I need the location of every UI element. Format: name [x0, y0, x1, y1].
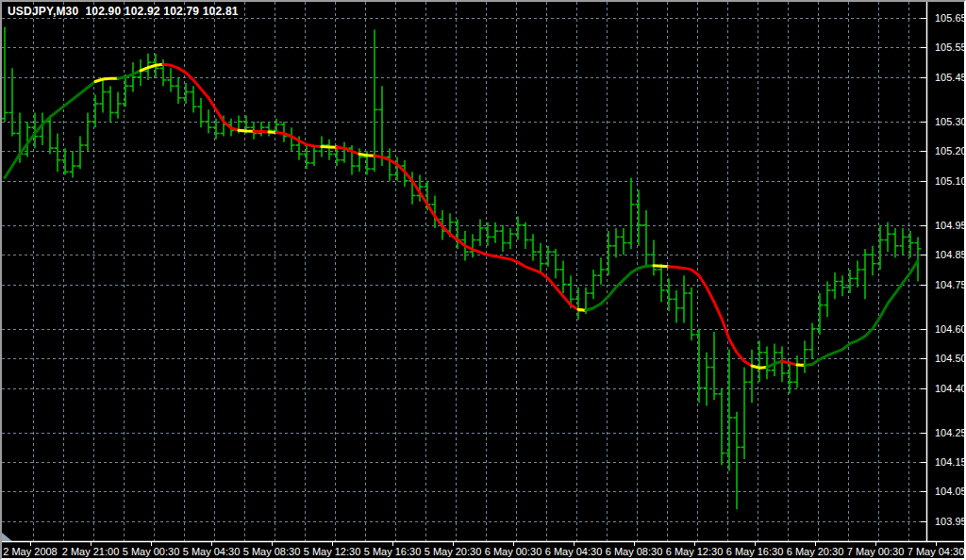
time-axis-label: 5 May 12:30 — [304, 546, 361, 557]
time-axis-label: 5 May 00:30 — [123, 546, 180, 557]
ma-segment-flat — [239, 130, 254, 131]
price-axis-label: 104.60 — [935, 323, 964, 335]
chart-window: USDJPY,M30 102.90 102.92 102.79 102.81 1… — [0, 0, 966, 560]
price-axis-label: 105.10 — [935, 175, 964, 187]
ma-segment-flat — [322, 147, 337, 148]
ma-segment-down — [254, 131, 269, 132]
price-axis-label: 103.95 — [935, 516, 964, 527]
time-axis-label: 2 May 21:00 — [62, 546, 120, 557]
price-axis-label: 104.85 — [935, 249, 964, 260]
price-axis-label: 104.95 — [935, 220, 964, 231]
time-axis-label: 2 May 2008 — [3, 546, 57, 557]
time-axis-label: 6 May 20:30 — [787, 546, 844, 557]
time-axis-label: 6 May 00:30 — [485, 546, 542, 557]
price-axis-label: 105.20 — [935, 145, 964, 156]
price-axis-label: 104.05 — [935, 486, 964, 497]
price-axis-label: 105.55 — [935, 41, 964, 53]
time-axis-label: 6 May 12:30 — [666, 546, 724, 557]
price-axis-label: 104.75 — [935, 279, 964, 290]
time-axis-label: 6 May 08:30 — [606, 546, 663, 557]
time-axis-label: 5 May 20:30 — [425, 546, 482, 557]
time-axis-label: 7 May 00:30 — [847, 546, 905, 557]
ma-segment-flat — [359, 154, 375, 156]
price-axis-label: 105.45 — [935, 72, 964, 83]
chart-title: USDJPY,M30 102.90 102.92 102.79 102.81 — [8, 5, 239, 18]
price-axis-label: 104.40 — [935, 383, 964, 394]
price-axis-label: 104.15 — [935, 456, 964, 468]
time-axis-label: 6 May 16:30 — [726, 546, 784, 557]
time-axis-label: 7 May 04:30 — [908, 546, 964, 557]
price-axis-label: 105.30 — [935, 116, 964, 127]
time-axis-label: 5 May 16:30 — [364, 546, 422, 557]
time-axis-label: 5 May 08:30 — [243, 546, 301, 557]
chart-background — [2, 2, 964, 558]
ma-segment-flat — [654, 266, 669, 267]
price-axis-label: 105.65 — [935, 12, 964, 24]
price-chart[interactable]: 105.65105.55105.45105.30105.20105.10104.… — [2, 2, 964, 558]
time-axis-label: 6 May 04:30 — [545, 546, 603, 557]
time-axis-label: 5 May 04:30 — [183, 546, 241, 557]
price-axis-label: 104.50 — [935, 353, 964, 364]
price-axis-label: 104.25 — [935, 427, 964, 438]
